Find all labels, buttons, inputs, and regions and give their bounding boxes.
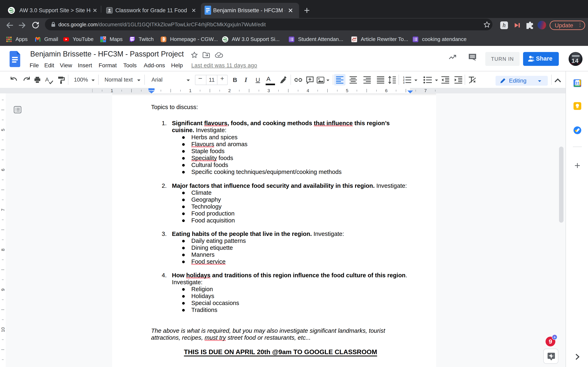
svg-text:9: 9	[0, 289, 6, 291]
svg-text:10: 10	[0, 327, 6, 332]
svg-text:4: 4	[307, 88, 309, 93]
svg-text:3: 3	[268, 88, 270, 93]
svg-text:A: A	[45, 76, 49, 83]
svg-text:2: 2	[228, 88, 231, 93]
svg-text:5: 5	[0, 129, 6, 131]
svg-text:6: 6	[385, 88, 388, 93]
svg-text:7: 7	[0, 209, 6, 211]
svg-text:1: 1	[111, 88, 113, 93]
svg-text:31: 31	[575, 81, 580, 85]
svg-text:3: 3	[403, 81, 405, 84]
svg-text:1: 1	[189, 88, 191, 93]
svg-text:6: 6	[0, 169, 6, 171]
svg-text:8: 8	[0, 249, 6, 251]
svg-text:5: 5	[346, 88, 348, 93]
svg-text:7: 7	[424, 88, 427, 93]
